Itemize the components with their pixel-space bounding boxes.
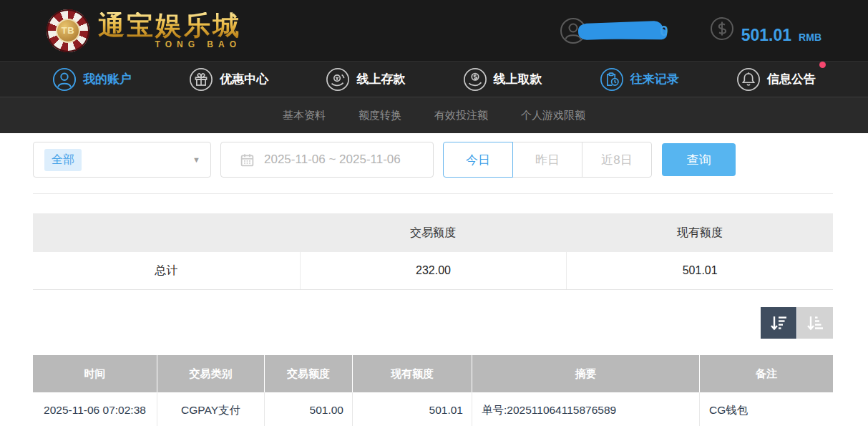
- cell-balance: 501.01: [352, 392, 472, 426]
- col-header-balance: 现有额度: [352, 355, 472, 392]
- nav-item-transaction-records[interactable]: 往来记录: [600, 67, 679, 92]
- calendar-icon: [240, 153, 255, 168]
- brand-name-en: TONG BAO: [155, 40, 241, 49]
- filter-bar: 全部 ▼ 2025-11-06 ~ 2025-11-06 今日 昨日 近8日 查: [33, 142, 833, 178]
- summary-header-transaction-amount: 交易额度: [300, 226, 567, 241]
- dollar-circle-icon: [710, 16, 734, 41]
- transaction-type-dropdown[interactable]: 全部 ▼: [33, 142, 211, 178]
- date-range-value: 2025-11-06 ~ 2025-11-06: [264, 153, 401, 167]
- sort-ascending-button[interactable]: [797, 307, 833, 339]
- date-range-input[interactable]: 2025-11-06 ~ 2025-11-06: [220, 142, 434, 178]
- sort-descending-button[interactable]: [761, 307, 796, 339]
- top-header: TB 通宝娱乐城 TONG BAO 0: [0, 0, 868, 61]
- nav-item-online-deposit[interactable]: 线上存款: [326, 67, 405, 92]
- quick-date-button-group: 今日 昨日 近8日: [443, 142, 652, 178]
- subnav-item-basic-info[interactable]: 基本资料: [283, 109, 326, 122]
- summary-total-row: 总计 232.00 501.01: [33, 252, 833, 290]
- table-row: 2025-11-06 07:02:38 CGPAY支付 501.00 501.0…: [33, 392, 833, 426]
- username-redaction-scribble: [578, 21, 663, 40]
- nav-label: 优惠中心: [220, 71, 268, 87]
- today-button[interactable]: 今日: [443, 142, 513, 178]
- nav-label: 往来记录: [630, 71, 679, 87]
- sort-amount-asc-icon: [806, 314, 824, 332]
- nav-label: 线上存款: [356, 71, 405, 87]
- main-navigation: 我的账户 优惠中心 线上存款: [0, 61, 868, 97]
- summary-transaction-amount: 232.00: [300, 252, 567, 289]
- bell-icon: [736, 67, 761, 92]
- account-subnav: 基本资料 额度转换 有效投注额 个人游戏限额: [0, 97, 868, 133]
- dropdown-selected-tag: 全部: [44, 149, 82, 171]
- brand-name-cn: 通宝娱乐城: [98, 12, 241, 39]
- main-content: 全部 ▼ 2025-11-06 ~ 2025-11-06 今日 昨日 近8日 查: [0, 142, 868, 426]
- logged-in-user: 0: [560, 17, 668, 44]
- summary-total-label: 总计: [33, 252, 300, 289]
- search-button[interactable]: 查询: [662, 143, 736, 176]
- cell-summary: 单号:202511064115876589: [472, 392, 699, 426]
- poker-chip-icon: TB: [47, 9, 89, 52]
- nav-item-announcements[interactable]: 信息公告: [736, 67, 816, 92]
- wallet-balance: 501.01 RMB: [710, 16, 821, 45]
- withdraw-hand-coin-icon: [463, 67, 487, 92]
- records-table-header: 时间 交易类别 交易额度 现有额度 摘要 备注: [33, 355, 833, 392]
- col-header-summary: 摘要: [472, 355, 699, 392]
- notification-dot: [819, 62, 826, 68]
- nav-item-my-account[interactable]: 我的账户: [52, 67, 132, 92]
- cell-time: 2025-11-06 07:02:38: [33, 392, 157, 426]
- subnav-item-valid-bets[interactable]: 有效投注额: [434, 109, 488, 122]
- records-clipboard-clock-icon: [600, 67, 624, 92]
- col-header-remark: 备注: [699, 355, 833, 392]
- poker-chip-label: TB: [56, 19, 80, 43]
- chevron-down-icon: ▼: [192, 155, 200, 164]
- summary-table: 交易额度 现有额度 总计 232.00 501.01: [33, 213, 833, 290]
- cell-type: CGPAY支付: [157, 392, 264, 426]
- balance-currency: RMB: [799, 32, 821, 43]
- nav-label: 我的账户: [83, 71, 132, 87]
- cell-amount: 501.00: [264, 392, 352, 426]
- col-header-time: 时间: [33, 355, 157, 392]
- nav-label: 线上取款: [494, 71, 542, 87]
- username-suffix: 0: [660, 22, 668, 39]
- summary-current-balance: 501.01: [566, 252, 833, 289]
- brand-logo[interactable]: TB 通宝娱乐城 TONG BAO: [47, 9, 241, 52]
- summary-header-current-balance: 现有额度: [566, 226, 833, 241]
- subnav-item-personal-game-limit[interactable]: 个人游戏限额: [521, 109, 585, 122]
- deposit-hand-coin-icon: [326, 67, 350, 92]
- nav-item-promotions[interactable]: 优惠中心: [189, 67, 268, 92]
- subnav-item-credit-transfer[interactable]: 额度转换: [359, 109, 401, 122]
- balance-amount: 501.01: [741, 26, 791, 45]
- nav-label: 信息公告: [767, 71, 816, 87]
- nav-item-online-withdrawal[interactable]: 线上取款: [463, 67, 542, 92]
- yesterday-button[interactable]: 昨日: [512, 142, 582, 178]
- summary-table-header: 交易额度 现有额度: [33, 213, 833, 252]
- last-8-days-button[interactable]: 近8日: [582, 142, 652, 178]
- section-divider: [33, 193, 833, 194]
- sort-controls: [33, 307, 833, 339]
- cell-remark: CG钱包: [699, 392, 833, 426]
- sort-amount-desc-icon: [769, 314, 788, 332]
- col-header-type: 交易类别: [157, 355, 264, 392]
- records-table: 时间 交易类别 交易额度 现有额度 摘要 备注 2025-11-06 07:02…: [33, 355, 833, 426]
- gift-icon: [189, 67, 213, 92]
- user-circle-icon: [52, 67, 77, 92]
- col-header-amount: 交易额度: [264, 355, 352, 392]
